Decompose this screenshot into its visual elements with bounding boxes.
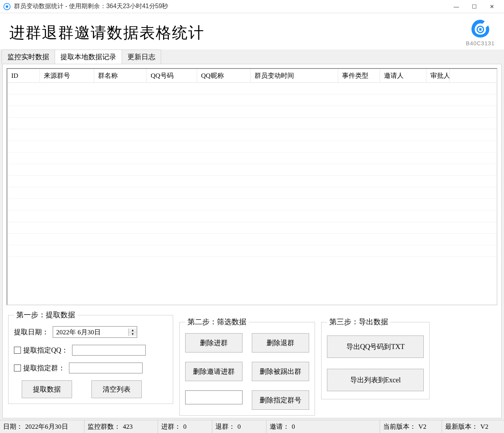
checkbox-box-icon	[14, 365, 21, 371]
table-column-header[interactable]: ID	[7, 70, 40, 82]
minimize-button[interactable]: —	[447, 1, 465, 12]
table-column-header[interactable]: QQ昵称	[197, 69, 251, 82]
status-leave-value: 0	[237, 423, 241, 431]
checkbox-qq[interactable]: 提取指定QQ：	[14, 346, 68, 355]
data-table: ID来源群号群名称QQ号码QQ昵称群员变动时间事件类型邀请人审批人	[7, 68, 497, 305]
table-row	[7, 129, 497, 141]
status-invite-value: 0	[292, 423, 295, 431]
table-row	[7, 83, 497, 94]
qq-input[interactable]	[72, 345, 146, 356]
titlebar: 群员变动数据统计 - 使用期剩余：364天23小时41分59秒 — ☐ ✕	[0, 0, 504, 13]
table-column-header[interactable]: 审批人	[427, 69, 450, 82]
status-join-value: 0	[183, 423, 187, 431]
status-date-label: 日期：	[3, 422, 23, 431]
date-label: 提取日期：	[14, 327, 49, 337]
status-newver-value: V2	[480, 423, 489, 431]
svg-rect-3	[479, 28, 482, 31]
table-column-header[interactable]: 事件类型	[338, 69, 380, 82]
extract-button[interactable]: 提取数据	[22, 380, 72, 398]
table-column-header[interactable]: 群员变动时间	[251, 69, 338, 82]
table-row	[7, 187, 497, 199]
brand: B40C3131	[466, 19, 495, 46]
status-curver-label: 当前版本：	[383, 422, 416, 431]
checkbox-box-icon	[14, 347, 21, 354]
step2-panel: 第二步：筛选数据 删除进群 删除退群 删除邀请进群 删除被踢出群 删除指定群号	[179, 317, 315, 416]
table-row	[7, 94, 497, 106]
status-date-value: 2022年6月30日	[25, 422, 68, 431]
table-row	[7, 141, 497, 152]
status-bar: 日期： 2022年6月30日 监控群数： 423 进群： 0 退群： 0 邀请：…	[0, 420, 504, 433]
delete-invite-button[interactable]: 删除邀请进群	[185, 362, 243, 381]
tab-local-records[interactable]: 提取本地数据记录	[55, 50, 122, 64]
table-row	[7, 106, 497, 118]
step3-panel: 第三步：导出数据 导出QQ号码到TXT 导出列表到Excel	[321, 317, 430, 399]
app-icon	[3, 3, 11, 10]
maximize-button[interactable]: ☐	[465, 1, 483, 12]
status-monitor-value: 423	[123, 423, 133, 431]
step1-panel: 第一步：提取数据 提取日期： 2022年 6月30日 ▲ ▼ 提取指定QQ：	[8, 310, 173, 404]
checkbox-group[interactable]: 提取指定群：	[14, 363, 65, 373]
delete-kicked-button[interactable]: 删除被踢出群	[252, 362, 309, 381]
table-row	[7, 164, 497, 176]
tabs: 监控实时数据 提取本地数据记录 更新日志	[0, 50, 504, 64]
checkbox-group-label: 提取指定群：	[23, 363, 65, 373]
close-button[interactable]: ✕	[483, 1, 501, 12]
page-slogan: 进群退群邀请数据表格统计	[9, 22, 466, 43]
group-number-input[interactable]	[185, 390, 243, 404]
horizontal-scrollbar[interactable]	[7, 297, 497, 305]
window-title: 群员变动数据统计 - 使用期剩余：364天23小时41分59秒	[14, 2, 447, 10]
table-row	[7, 211, 497, 222]
brand-icon	[470, 19, 490, 39]
date-input[interactable]: 2022年 6月30日 ▲ ▼	[53, 326, 137, 338]
header: 进群退群邀请数据表格统计 B40C3131	[0, 13, 504, 50]
svg-point-1	[6, 5, 9, 8]
clear-list-button[interactable]: 清空列表	[91, 380, 142, 398]
status-invite-label: 邀请：	[270, 422, 289, 431]
table-row	[7, 152, 497, 164]
export-excel-button[interactable]: 导出列表到Excel	[327, 369, 424, 391]
table-body	[7, 83, 497, 297]
brand-code: B40C3131	[466, 40, 495, 46]
table-row	[7, 199, 497, 211]
delete-join-button[interactable]: 删除进群	[185, 333, 243, 353]
status-join-label: 进群：	[161, 422, 181, 431]
export-txt-button[interactable]: 导出QQ号码到TXT	[327, 335, 424, 358]
content: ID来源群号群名称QQ号码QQ昵称群员变动时间事件类型邀请人审批人 第一步：提取…	[2, 64, 502, 418]
step1-legend: 第一步：提取数据	[14, 310, 77, 320]
date-value: 2022年 6月30日	[53, 328, 128, 337]
status-newver-label: 最新版本：	[445, 422, 478, 431]
tab-realtime[interactable]: 监控实时数据	[2, 50, 55, 64]
table-column-header[interactable]: 来源群号	[40, 69, 94, 82]
step2-legend: 第二步：筛选数据	[185, 317, 249, 327]
table-row	[7, 118, 497, 129]
status-curver-value: V2	[418, 423, 427, 431]
step3-legend: 第三步：导出数据	[327, 317, 390, 327]
delete-group-button[interactable]: 删除指定群号	[252, 390, 309, 410]
table-header: ID来源群号群名称QQ号码QQ昵称群员变动时间事件类型邀请人审批人	[7, 69, 497, 83]
checkbox-qq-label: 提取指定QQ：	[23, 346, 68, 355]
table-row	[7, 176, 497, 187]
date-spin-up-icon[interactable]: ▲	[129, 329, 137, 332]
delete-leave-button[interactable]: 删除退群	[252, 333, 309, 353]
table-row	[7, 234, 497, 245]
date-spin-down-icon[interactable]: ▼	[129, 332, 137, 336]
tab-changelog[interactable]: 更新日志	[122, 50, 161, 64]
status-monitor-label: 监控群数：	[88, 422, 120, 431]
table-column-header[interactable]: 群名称	[94, 69, 147, 82]
table-row	[7, 222, 497, 234]
table-column-header[interactable]: QQ号码	[147, 69, 197, 82]
table-column-header[interactable]: 邀请人	[380, 69, 427, 82]
group-input[interactable]	[69, 363, 143, 373]
status-leave-label: 退群：	[215, 422, 235, 431]
table-row	[7, 245, 497, 257]
